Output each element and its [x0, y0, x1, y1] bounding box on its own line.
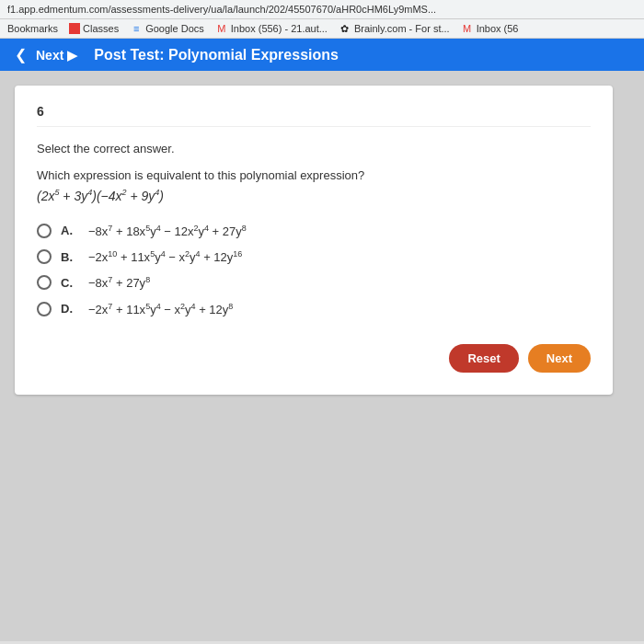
action-buttons: Reset Next	[37, 344, 591, 373]
classes-label: Classes	[83, 23, 119, 34]
bookmark-inbox-2[interactable]: M Inbox (56	[461, 22, 519, 35]
options-list: A. −8x7 + 18x5y4 − 12x2y4 + 27y8 B. −2x1…	[37, 224, 591, 316]
gmail-icon-1: M	[215, 22, 228, 35]
brainly-icon: ✿	[339, 22, 351, 35]
option-c[interactable]: C. −8x7 + 27y8	[37, 275, 591, 290]
back-chevron[interactable]: ❮	[15, 46, 27, 63]
option-d[interactable]: D. −2x7 + 11x5y4 − x2y4 + 12y8	[37, 302, 591, 316]
next-button-nav[interactable]: Next ▶	[36, 48, 77, 63]
address-bar: f1.app.edmentum.com/assessments-delivery…	[0, 0, 644, 19]
question-number: 6	[37, 104, 591, 127]
bookmarks-label: Bookmarks	[7, 23, 58, 34]
bookmark-classes[interactable]: Classes	[69, 23, 119, 34]
google-docs-icon: ≡	[130, 22, 143, 35]
bookmark-bookmarks[interactable]: Bookmarks	[7, 23, 58, 34]
bookmarks-bar: Bookmarks Classes ≡ Google Docs M Inbox …	[0, 19, 644, 39]
option-c-label: C.	[61, 276, 79, 290]
radio-d[interactable]	[37, 302, 52, 316]
option-a-text: −8x7 + 18x5y4 − 12x2y4 + 27y8	[88, 224, 247, 238]
next-icon-nav: ▶	[67, 48, 77, 63]
bookmark-google-docs[interactable]: ≡ Google Docs	[130, 22, 204, 35]
option-a[interactable]: A. −8x7 + 18x5y4 − 12x2y4 + 27y8	[37, 224, 591, 238]
google-docs-label: Google Docs	[145, 23, 204, 34]
reset-label: Reset	[467, 351, 500, 365]
question-body: Which expression is equivalent to this p…	[37, 168, 591, 182]
classes-icon	[69, 23, 80, 34]
bookmark-inbox-1[interactable]: M Inbox (556) - 21.aut...	[215, 22, 328, 35]
question-card: 6 Select the correct answer. Which expre…	[15, 86, 613, 395]
reset-button[interactable]: Reset	[449, 344, 518, 373]
main-content: 6 Select the correct answer. Which expre…	[0, 71, 644, 641]
nav-title: Post Test: Polynomial Expressions	[94, 47, 339, 63]
inbox-2-label: Inbox (56	[477, 23, 519, 34]
instruction-text: Select the correct answer.	[37, 142, 591, 155]
top-nav: ❮ Next ▶ Post Test: Polynomial Expressio…	[0, 39, 644, 71]
next-label: Next	[546, 351, 572, 365]
option-b-label: B.	[61, 250, 79, 264]
inbox-1-label: Inbox (556) - 21.aut...	[231, 23, 328, 34]
radio-a[interactable]	[37, 224, 52, 238]
url-text: f1.app.edmentum.com/assessments-delivery…	[7, 4, 436, 15]
brainly-label: Brainly.com - For st...	[354, 23, 450, 34]
bookmark-brainly[interactable]: ✿ Brainly.com - For st...	[339, 22, 450, 35]
option-b-text: −2x10 + 11x5y4 − x2y4 + 12y16	[88, 249, 242, 264]
next-button[interactable]: Next	[528, 344, 591, 373]
option-d-text: −2x7 + 11x5y4 − x2y4 + 12y8	[88, 302, 233, 316]
option-b[interactable]: B. −2x10 + 11x5y4 − x2y4 + 12y16	[37, 249, 591, 264]
option-c-text: −8x7 + 27y8	[88, 275, 150, 290]
polynomial-expression: (2x5 + 3y4)(−4x2 + 9y4)	[37, 188, 591, 203]
radio-b[interactable]	[37, 249, 52, 264]
next-label-nav: Next	[36, 48, 63, 63]
option-a-label: A.	[61, 224, 79, 237]
gmail-icon-2: M	[461, 22, 474, 35]
radio-c[interactable]	[37, 275, 52, 290]
option-d-label: D.	[61, 302, 79, 316]
